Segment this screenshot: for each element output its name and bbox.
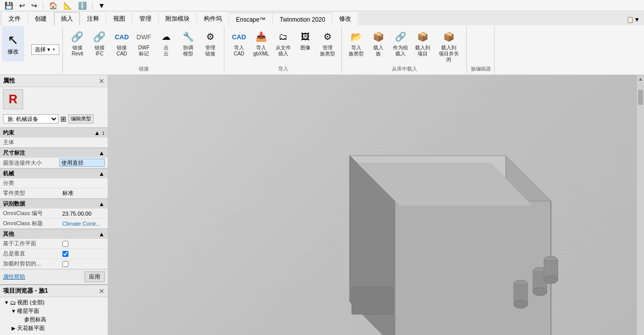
- btn-load-into-project[interactable]: 📦 载入族: [368, 27, 389, 58]
- qa-home[interactable]: 🏠: [47, 1, 59, 10]
- tab-modify[interactable]: 修改: [333, 12, 358, 25]
- ribbon-extra[interactable]: 📋▼: [622, 14, 644, 25]
- tree-item-ref-level[interactable]: 参照标高: [15, 315, 107, 324]
- import-group-label: 导入: [278, 64, 288, 73]
- viewport-scrollbar-v[interactable]: ▲ ▼: [637, 75, 644, 335]
- dimensions-table: 圆形连接件大小: [0, 158, 108, 168]
- section-dimensions[interactable]: 尺寸标注 ▲: [0, 148, 108, 158]
- qa-save[interactable]: 💾: [3, 1, 15, 10]
- section-mechanical[interactable]: 机械 ▲: [0, 168, 108, 178]
- tab-annotate[interactable]: 注释: [80, 12, 106, 25]
- btn-link-revit[interactable]: 🔗 链接Revit: [67, 27, 88, 58]
- select-dropdown[interactable]: 选择 ▾ ▼: [31, 44, 59, 55]
- section-constraints[interactable]: 约束 ▲ ↕: [0, 127, 108, 138]
- other-table: 基于工作平面 总是垂直 加载时剪切的...: [0, 239, 108, 269]
- dwf-icon: DWF: [136, 29, 152, 45]
- viewport[interactable]: BIM教程网|www.ifbim.com: [108, 75, 644, 335]
- tree-item-ceiling-plans[interactable]: ▶ 天花板平面: [8, 324, 107, 332]
- edit-type-button[interactable]: 编辑类型: [68, 114, 94, 123]
- modify-button[interactable]: ↖ 修改: [2, 26, 24, 61]
- group-family-editor: 族编辑器: [468, 26, 495, 74]
- pointcloud-icon: ☁: [158, 29, 174, 45]
- tree-item-floor-plans[interactable]: ▼ 楼层平面: [8, 307, 107, 315]
- btn-link-cad[interactable]: CAD 链接CAD: [111, 27, 132, 58]
- qa-redo[interactable]: ↪: [30, 1, 39, 10]
- scrollbar-thumb[interactable]: [638, 90, 643, 105]
- btn-link-ifc[interactable]: 🔗 链接IFC: [89, 27, 110, 58]
- collapse-icon: ▲: [94, 129, 100, 137]
- always-vertical-checkbox[interactable]: [62, 251, 68, 257]
- expand-ref-icon: [17, 317, 24, 322]
- link-items: 🔗 链接Revit 🔗 链接IFC CAD 链接CAD DWF DWF标记 ☁: [67, 27, 221, 64]
- qa-separator2: [92, 2, 93, 9]
- tab-addins[interactable]: 附加模块: [159, 12, 196, 25]
- btn-image[interactable]: 🖼 图像: [295, 27, 316, 52]
- table-row: 基于工作平面: [0, 239, 108, 249]
- expand-ceiling-icon: ▶: [10, 325, 17, 331]
- modify-cursor-icon: ↖: [8, 32, 19, 48]
- family-avatar: R: [3, 89, 23, 109]
- project-browser-close[interactable]: ✕: [99, 287, 105, 295]
- btn-import-cad[interactable]: CAD 导入CAD: [228, 27, 250, 58]
- omniclass-link[interactable]: Climate Contr...: [62, 221, 101, 227]
- btn-load-to-project[interactable]: 📦 载入到项目: [412, 27, 433, 58]
- svg-point-13: [533, 288, 547, 296]
- tree-item-views[interactable]: ▼ 🗂 视图 (全部): [1, 298, 107, 307]
- coordination-icon: 🔧: [180, 29, 196, 45]
- properties-content: R 族: 机械设备 ⊞ 编辑类型: [0, 87, 108, 127]
- group-load-library: 📂 导入族类型 📦 载入族 🔗 作为组载入 📦 载入到项目 📦 载: [343, 26, 467, 74]
- collapse-mech-icon: ▲: [99, 170, 105, 177]
- tab-twinmotion[interactable]: Twinmotion 2020: [273, 14, 332, 25]
- table-row: 圆形连接件大小: [0, 158, 108, 168]
- qa-info[interactable]: ℹ️: [76, 1, 88, 10]
- tab-file[interactable]: 文件: [2, 12, 27, 25]
- main-area: 属性 ✕ R 族: 机械设备 ⊞ 编辑类型: [0, 75, 644, 335]
- apply-button[interactable]: 应用: [85, 272, 105, 282]
- btn-load-as-group[interactable]: 🔗 作为组载入: [390, 27, 411, 58]
- qa-measure[interactable]: 📐: [62, 1, 73, 10]
- tab-insert[interactable]: 插入: [54, 12, 79, 25]
- section-identification[interactable]: 识别数据 ▲: [0, 198, 108, 209]
- qa-more[interactable]: ▼: [97, 1, 107, 10]
- category-select[interactable]: 族: 机械设备: [3, 114, 58, 123]
- property-help-link[interactable]: 属性帮助: [3, 273, 25, 281]
- btn-load-close[interactable]: 📦 载入到项目并关闭: [434, 27, 463, 64]
- scroll-up-arrow[interactable]: ▲: [637, 75, 644, 83]
- btn-insert-from-file[interactable]: 🗂 从文件插入: [273, 27, 294, 58]
- project-browser-header: 项目浏览器 - 族1 ✕: [0, 285, 108, 297]
- group-select: 选择 ▾ ▼: [28, 26, 63, 74]
- load-library-items: 📂 导入族类型 📦 载入族 🔗 作为组载入 📦 载入到项目 📦 载: [346, 27, 463, 64]
- expand-views-icon: ▼: [3, 300, 10, 305]
- btn-dwf[interactable]: DWF DWF标记: [133, 27, 154, 58]
- btn-manage-family-types[interactable]: ⚙ 管理族类型: [317, 27, 338, 58]
- svg-rect-17: [352, 287, 393, 314]
- qa-undo[interactable]: ↩: [18, 1, 27, 10]
- load-to-project-icon: 📦: [415, 29, 431, 45]
- tab-manage[interactable]: 管理: [133, 12, 158, 25]
- connector-size-input[interactable]: [59, 159, 105, 167]
- collapse-dims-icon: ▲: [99, 150, 105, 157]
- properties-title: 属性: [3, 77, 15, 85]
- link-cad-icon: CAD: [114, 29, 130, 45]
- 3d-model-view: [219, 136, 581, 335]
- tab-create[interactable]: 创建: [28, 12, 53, 25]
- section-other[interactable]: 其他 ▲: [0, 229, 108, 239]
- project-browser-title: 项目浏览器 - 族1: [3, 287, 48, 295]
- ribbon: 文件 创建 插入 注释 视图 管理 附加模块 构件坞 Enscape™ Twin…: [0, 11, 644, 75]
- table-row: 总是垂直: [0, 249, 108, 259]
- btn-load-family[interactable]: 📂 导入族类型: [346, 27, 367, 58]
- table-row: 主体: [0, 138, 108, 148]
- properties-close[interactable]: ✕: [99, 77, 105, 85]
- btn-import-gbxml[interactable]: 📥 导入gbXML: [251, 27, 272, 58]
- btn-coordination[interactable]: 🔧 协调模型: [178, 27, 199, 58]
- load-as-group-icon: 🔗: [392, 29, 409, 45]
- work-plane-checkbox[interactable]: [62, 241, 68, 247]
- cut-on-load-checkbox[interactable]: [62, 261, 68, 267]
- group-import: CAD 导入CAD 📥 导入gbXML 🗂 从文件插入 🖼 图像 ⚙: [225, 26, 342, 74]
- btn-manage-links[interactable]: ⚙ 管理链接: [200, 27, 221, 58]
- tab-view[interactable]: 视图: [107, 12, 132, 25]
- tab-componentdock[interactable]: 构件坞: [197, 12, 228, 25]
- tab-enscape[interactable]: Enscape™: [229, 14, 272, 25]
- btn-pointcloud[interactable]: ☁ 点云: [155, 27, 177, 58]
- load-into-project-icon: 📦: [370, 29, 386, 45]
